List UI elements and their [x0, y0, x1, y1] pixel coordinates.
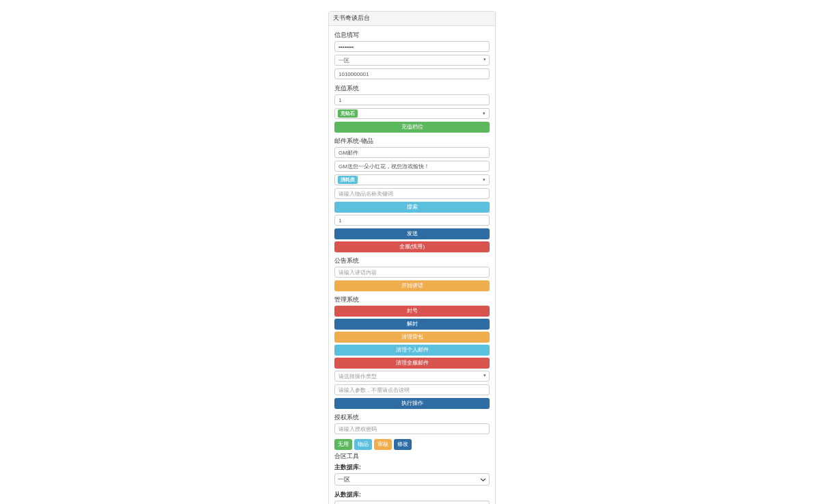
item-search-button[interactable]: 搜索 [334, 202, 490, 213]
admin-password-input[interactable] [334, 41, 490, 52]
item-quantity-input[interactable] [334, 215, 490, 226]
recharge-amount-input[interactable] [334, 94, 490, 105]
slave-db-select-wrap: 一区 [334, 501, 490, 504]
item-search-input[interactable] [334, 188, 490, 199]
slave-db-select[interactable]: 一区 [334, 501, 490, 504]
auth-modify-button[interactable]: 修改 [394, 439, 412, 450]
mail-section-label: 邮件系统-物品 [334, 137, 490, 146]
main-db-label: 主数据库: [334, 464, 490, 472]
mail-withdraw-button[interactable]: 全服(慎用) [334, 241, 490, 252]
bulletin-button[interactable]: 开始讲话 [334, 280, 490, 291]
panel-title: 天书奇谈后台 [329, 12, 495, 26]
auth-item-button[interactable]: 物品 [354, 439, 372, 450]
auth-section-label: 授权系统 [334, 414, 490, 422]
item-category-select[interactable]: 消耗类 [334, 174, 490, 185]
clear-bag-button[interactable]: 清理背包 [334, 332, 490, 343]
auth-check-button[interactable]: 审核 [374, 439, 392, 450]
zone-select-value: 一区 [334, 55, 490, 66]
bulletin-section-label: 公告系统 [334, 257, 490, 265]
mail-send-button[interactable]: 发送 [334, 228, 490, 239]
recharge-type-pill: 充钻石 [338, 109, 358, 118]
recharge-type-select[interactable]: 充钻石 [334, 108, 490, 119]
main-db-select[interactable]: 一区 [334, 473, 490, 486]
manage-section-label: 管理系统 [334, 296, 490, 304]
uid-input[interactable] [334, 68, 490, 79]
op-param-input[interactable] [334, 384, 490, 395]
main-db-select-wrap: 一区 [334, 473, 490, 488]
clear-personal-mail-button[interactable]: 清理个人邮件 [334, 345, 490, 356]
slave-db-label: 从数据库: [334, 491, 490, 499]
mail-content-input[interactable] [334, 161, 490, 172]
ban-button[interactable]: 封号 [334, 306, 490, 317]
bulletin-input[interactable] [334, 267, 490, 278]
auth-button-row: 无用 物品 审核 修改 [334, 439, 490, 450]
mail-title-input[interactable] [334, 147, 490, 158]
admin-panel: 天书奇谈后台 信息填写 一区 充值系统 充钻石 充值档位 邮件系统-物品 消耗类… [328, 11, 496, 504]
recharge-button[interactable]: 充值档位 [334, 122, 490, 133]
zone-select[interactable]: 一区 [334, 55, 490, 66]
auth-none-button[interactable]: 无用 [334, 439, 352, 450]
clear-all-mail-button[interactable]: 清理全服邮件 [334, 358, 490, 369]
op-type-select[interactable] [334, 371, 490, 384]
auth-password-input[interactable] [334, 423, 490, 434]
op-type-select-value [334, 371, 490, 382]
info-section-label: 信息填写 [334, 31, 490, 40]
merge-section-label: 合区工具 [334, 453, 490, 461]
panel-body: 信息填写 一区 充值系统 充钻石 充值档位 邮件系统-物品 消耗类 搜索 发送 … [329, 26, 495, 504]
unban-button[interactable]: 解封 [334, 319, 490, 330]
execute-op-button[interactable]: 执行操作 [334, 398, 490, 409]
item-category-pill: 消耗类 [338, 176, 358, 184]
recharge-section-label: 充值系统 [334, 85, 490, 93]
